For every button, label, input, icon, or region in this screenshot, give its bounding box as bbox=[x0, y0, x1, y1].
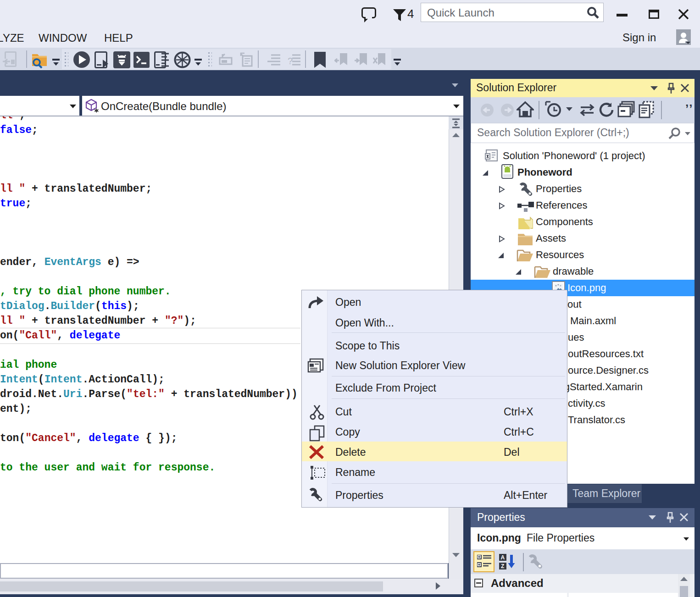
svg-text:?: ? bbox=[288, 56, 293, 66]
svg-text:A: A bbox=[501, 554, 505, 561]
svg-text:Z: Z bbox=[501, 563, 504, 569]
